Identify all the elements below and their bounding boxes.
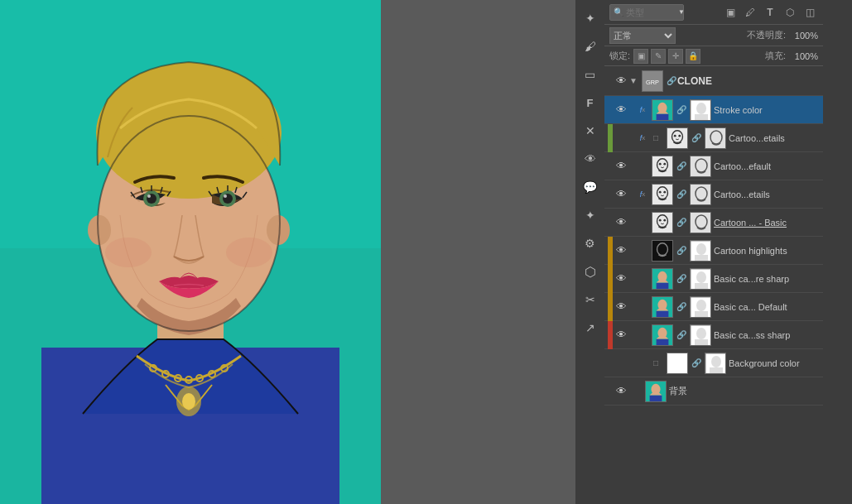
- layer-link-icon[interactable]: 🔗: [676, 245, 687, 257]
- type-icon[interactable]: T: [762, 4, 778, 21]
- layer-thumbnail: [652, 156, 673, 177]
- layer-link-icon[interactable]: 🔗: [676, 329, 687, 341]
- layer-visibility-toggle[interactable]: 👁: [613, 73, 629, 89]
- svg-point-15: [105, 238, 152, 267]
- layer-fx-icon[interactable]: fx: [636, 132, 649, 145]
- lock-artboard-icon[interactable]: ✛: [668, 49, 683, 64]
- channels-icon[interactable]: ▣: [722, 4, 739, 21]
- layer-row[interactable]: 👁 🔗 Cartoon highlights: [604, 237, 823, 265]
- svg-rect-66: [657, 282, 669, 288]
- speech-bubble-icon[interactable]: 💬: [579, 175, 602, 199]
- layer-row[interactable]: 👁 🔗 Basic ca... Default: [604, 293, 823, 321]
- brush-tool-icon[interactable]: 🖌: [579, 35, 602, 58]
- layer-visibility-toggle[interactable]: [613, 130, 629, 146]
- text-tool-icon[interactable]: F: [579, 91, 602, 114]
- layer-row[interactable]: 👁fx 🔗 Stroke color: [604, 96, 823, 124]
- layer-visibility-toggle[interactable]: 👁: [613, 214, 629, 231]
- rect-tool-icon[interactable]: ▭: [579, 63, 602, 86]
- layer-visibility-toggle[interactable]: 👁: [613, 299, 629, 315]
- layer-mask-thumbnail: [690, 99, 711, 121]
- eye-dropper-icon[interactable]: 👁: [579, 147, 602, 170]
- svg-point-68: [696, 271, 706, 283]
- layer-fx-icon[interactable]: fx: [636, 188, 649, 201]
- path-icon[interactable]: ⬡: [782, 4, 798, 21]
- layer-name-label: Basic ca...ss sharp: [714, 330, 820, 340]
- layer-mask-thumbnail: [690, 324, 711, 346]
- layer-row[interactable]: 👁 🔗 Basic ca...re sharp: [604, 265, 823, 293]
- layer-visibility-toggle[interactable]: 👁: [613, 158, 629, 175]
- layer-link-icon[interactable]: 🔗: [666, 75, 677, 87]
- layer-link-icon[interactable]: 🔗: [676, 189, 687, 200]
- dropdown-arrow-icon: ▼: [678, 8, 685, 16]
- layer-link-icon[interactable]: 🔗: [676, 301, 687, 313]
- layers-list: 👁▼GRP🔗CLONE👁fx 🔗 Stroke color fx□ 🔗 Cart…: [604, 66, 823, 504]
- layer-name-label: Cartoo...etails: [714, 190, 820, 199]
- layer-row[interactable]: 👁 🔗 Cartoo...efault: [604, 152, 823, 180]
- lock-label: 锁定:: [609, 50, 630, 62]
- layer-link-icon[interactable]: 🔗: [676, 217, 687, 228]
- svg-point-62: [696, 243, 706, 255]
- layer-name-label: Cartoo...efault: [714, 161, 820, 171]
- svg-point-56: [663, 218, 666, 221]
- scissors-icon[interactable]: ✂: [579, 288, 602, 311]
- layer-row[interactable]: □🔗 Background color: [604, 349, 823, 377]
- layer-link-icon[interactable]: 🔗: [676, 273, 687, 285]
- star-tool-icon[interactable]: ✦: [579, 204, 602, 227]
- asterisk-tool-icon[interactable]: ✦: [579, 7, 602, 30]
- brush-icon[interactable]: 🖊: [742, 4, 758, 21]
- layer-link-icon[interactable]: 🔗: [676, 104, 687, 116]
- lock-row: 锁定: ▣ ✎ ✛ 🔒 填充: 100%: [604, 46, 823, 66]
- svg-point-80: [696, 328, 706, 339]
- layer-visibility-toggle[interactable]: 👁: [613, 383, 629, 400]
- arrow-tool-icon[interactable]: ↗: [579, 316, 602, 339]
- layer-mask-thumbnail: [690, 156, 711, 177]
- settings-icon[interactable]: ⚙: [579, 232, 602, 255]
- lock-pixels-icon[interactable]: ▣: [633, 49, 648, 64]
- fill-label: 填充:: [765, 50, 786, 62]
- svg-point-25: [182, 393, 195, 410]
- svg-rect-81: [695, 339, 708, 346]
- layer-thumbnail: [645, 381, 667, 402]
- layer-visibility-toggle[interactable]: 👁: [613, 327, 629, 343]
- svg-point-14: [224, 194, 227, 198]
- transform-icon[interactable]: ⬡: [579, 260, 602, 283]
- layer-row[interactable]: 👁fx 🔗 Cartoo...etails: [604, 180, 823, 209]
- svg-point-38: [678, 134, 681, 137]
- layer-thumbnail: [652, 324, 673, 346]
- svg-rect-72: [657, 310, 669, 316]
- layer-visibility-toggle[interactable]: [613, 355, 629, 372]
- layer-visibility-toggle[interactable]: 👁: [613, 102, 629, 118]
- svg-point-11: [147, 194, 151, 198]
- blend-mode-select[interactable]: 正常: [609, 27, 676, 44]
- search-box[interactable]: 🔍 ▼: [609, 4, 684, 21]
- layer-row[interactable]: 👁 🔗 Basic ca...ss sharp: [604, 321, 823, 349]
- layer-link-icon[interactable]: 🔗: [691, 132, 702, 144]
- search-input[interactable]: [626, 7, 676, 17]
- layer-name-label: Stroke color: [714, 105, 820, 115]
- svg-rect-59: [652, 241, 672, 261]
- layer-row[interactable]: 👁 背景: [604, 377, 823, 406]
- svg-rect-31: [657, 113, 669, 119]
- layer-visibility-toggle[interactable]: 👁: [613, 242, 629, 259]
- lock-position-icon[interactable]: ✎: [651, 49, 666, 64]
- canvas-area: ✦ 🖌 ▭ F ✕ 👁 💬 ✦ ⚙ ⬡ ✂ ↗: [0, 0, 604, 504]
- layer-visibility-toggle[interactable]: 👁: [613, 271, 629, 287]
- layer-visibility-toggle[interactable]: 👁: [613, 186, 629, 203]
- layer-thumbnail: [667, 127, 688, 149]
- history-icon[interactable]: ◫: [801, 4, 818, 21]
- clone-tool-icon[interactable]: ✕: [579, 119, 602, 142]
- layer-locked-icon: □: [649, 132, 662, 145]
- layer-row[interactable]: fx□ 🔗 Cartoo...etails: [604, 124, 823, 152]
- layer-link-icon[interactable]: 🔗: [691, 358, 702, 369]
- opacity-label: 不透明度:: [747, 29, 786, 41]
- svg-rect-53: [652, 213, 672, 233]
- layer-fx-icon[interactable]: fx: [636, 103, 649, 117]
- layer-thumbnail: [667, 353, 688, 374]
- layer-link-icon[interactable]: 🔗: [676, 161, 687, 172]
- group-expand-arrow[interactable]: ▼: [629, 76, 638, 85]
- svg-point-43: [659, 162, 662, 165]
- layer-row[interactable]: 👁 🔗 Cartoon ... - Basic: [604, 209, 823, 237]
- lock-all-icon[interactable]: 🔒: [686, 49, 700, 64]
- svg-rect-63: [695, 255, 708, 262]
- layer-row[interactable]: 👁▼GRP🔗CLONE: [604, 66, 823, 96]
